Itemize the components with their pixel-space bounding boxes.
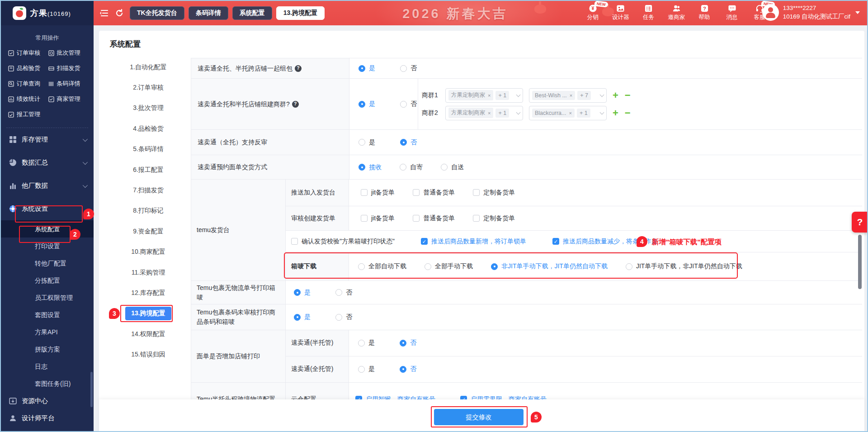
submenu-item-image-task-old[interactable]: 套图任务(旧) [1,375,94,392]
merchant-group2-select-b[interactable]: Blackcurra...× + 1 [529,106,607,120]
cfg-nav-merchant[interactable]: 10.商家配置 [106,242,190,262]
radio-yes[interactable]: 是 [359,138,375,147]
radio-all-manual-download[interactable]: 全部手动下载 [425,262,473,271]
cfg-nav-permissions[interactable]: 14.权限配置 [106,324,190,344]
action-distribution[interactable]: NEW ¥ 分销 [585,4,601,21]
radio-no[interactable]: 否 [400,365,416,373]
quick-link-order-query[interactable]: 订单查询 [8,76,48,91]
quick-link-performance-stats[interactable]: 绩效统计 [8,91,48,107]
radio-yes[interactable]: 是 [358,339,375,347]
remove-tag-icon[interactable]: × [570,93,572,98]
cfg-nav-print-mark[interactable]: 8.打印标记 [106,201,190,221]
tab-cross-border-config[interactable]: 13.跨境配置 [276,6,325,20]
remove-group-button[interactable]: − [625,108,631,118]
cfg-nav-inventory[interactable]: 12.库存配置 [106,283,190,303]
sidebar-item-other-factory-data[interactable]: 他厂数据 [1,174,94,197]
cfg-nav-scan-ship[interactable]: 7.扫描发货 [106,180,190,200]
action-help[interactable]: ? 帮助 [696,4,712,21]
radio-no[interactable]: 否 [400,64,417,72]
sidebar-scrollbar-thumb[interactable] [90,372,93,407]
checkbox-normal-stock-order[interactable]: 普通备货单 [413,189,455,197]
user-menu[interactable]: 133****2227 10169 自动化测试工厂cif [762,4,860,21]
quick-link-barcode-detail[interactable]: 条码详情 [48,76,89,91]
sidebar-item-system-settings[interactable]: 系统设置 [1,197,94,220]
checkbox-confirm-ship-verify[interactable]: 确认发货校验"方果箱唛打印状态" [291,237,395,246]
submenu-item-fangguo-api[interactable]: 方果API [1,323,94,341]
quick-link-batch-manage[interactable]: 批次管理 [48,45,89,61]
radio-pickup[interactable]: 揽收 [359,163,382,171]
remove-tag-icon[interactable]: × [488,93,491,98]
radio-no[interactable]: 否 [335,313,352,321]
action-designer[interactable]: 设计器 [612,4,629,21]
submenu-item-print-settings[interactable]: 打印设置 [1,237,94,255]
submenu-item-logs[interactable]: 日志 [1,358,94,375]
quick-link-work-report[interactable]: 报工管理 [8,107,48,122]
checkbox-jit-stock-order[interactable]: jit备货单 [361,214,395,223]
checkbox-normal-stock-order[interactable]: 普通备货单 [413,214,455,223]
refresh-icon[interactable] [115,9,124,18]
tab-system-config[interactable]: 系统配置 [232,6,272,20]
cfg-nav-barcode[interactable]: 5.条码详情 [106,139,190,160]
floating-help-tab[interactable]: ? [852,212,868,233]
quick-link-scan-ship[interactable]: 扫描发货 [48,61,89,76]
checkbox-jit-stock-order[interactable]: jit备货单 [361,189,395,197]
submenu-item-imposition-plan[interactable]: 拼版方案 [1,341,94,358]
app-logo[interactable]: 方果(10169) [1,1,94,25]
cfg-nav-work-report[interactable]: 6.报工配置 [106,160,190,180]
merchant-group1-select-b[interactable]: Best-Wish ...× + 7 [529,88,607,103]
cfg-nav-cross-border[interactable]: 13.跨境配置 [106,304,190,324]
remove-tag-icon[interactable]: × [488,110,491,116]
sidebar-item-inventory[interactable]: 库存管理 [1,128,94,151]
cfg-nav-automation[interactable]: 1.自动化配置 [106,57,190,77]
cfg-nav-funds[interactable]: 9.资金配置 [106,221,190,242]
quick-link-merchant-manage[interactable]: 商家管理 [48,91,89,107]
quick-link-order-audit[interactable]: 订单审核 [8,45,48,61]
cfg-nav-order-audit[interactable]: 2.订单审核 [106,77,190,98]
radio-nonjit-manual-jit-auto[interactable]: 非JIT单手动下载，JIT单仍然自动下载 [491,262,608,271]
radio-self-deliver[interactable]: 自送 [441,163,464,171]
checkbox-enable-lingjiexian[interactable]: 启用零界限，商家自有账号 [460,395,547,400]
radio-self-mail[interactable]: 自寄 [400,163,423,171]
tab-tk-fulfillment[interactable]: TK全托发货台 [130,6,184,20]
submenu-item-image-set-settings[interactable]: 套图设置 [1,306,94,323]
remove-group-button[interactable]: − [625,90,631,100]
radio-no[interactable]: 否 [400,339,416,347]
radio-no[interactable]: 否 [400,138,417,147]
radio-no[interactable]: 否 [335,289,352,297]
radio-jit-manual-nonjit-auto[interactable]: JIT单手动下载，非JIT单仍然自动下载 [626,262,742,271]
tab-barcode-detail[interactable]: 条码详情 [189,6,228,20]
action-tasks[interactable]: 任务 [641,4,657,21]
checkbox-qty-increase-lock[interactable]: 推送后商品数量新增，将订单锁单 [421,237,526,246]
cfg-nav-error-attribution[interactable]: 15.错误归因 [106,344,190,365]
cfg-nav-purchase[interactable]: 11.采购管理 [106,262,190,283]
submit-changes-button[interactable]: 提交修改 [434,409,524,425]
checkbox-qty-decrease-void[interactable]: 推送后商品数量减少，将条码作废 [552,237,658,246]
help-icon[interactable]: ? [292,101,299,108]
radio-yes[interactable]: 是 [359,100,375,108]
collapse-menu-icon[interactable] [100,9,109,18]
help-icon[interactable]: ? [295,65,302,72]
radio-no[interactable]: 否 [400,100,417,108]
submenu-item-transfer-factory-config[interactable]: 转他厂配置 [1,255,94,272]
cfg-nav-qc[interactable]: 4.品检验货 [106,119,190,139]
sidebar-item-resource-center[interactable]: 资源中心 [1,392,94,409]
add-group-button[interactable]: + [613,90,618,100]
action-invite-merchant[interactable]: 邀商家 [668,4,685,21]
add-group-button[interactable]: + [613,108,618,118]
quick-link-qc-inspect[interactable]: 品检验货 [8,61,48,76]
radio-yes[interactable]: 是 [359,64,375,72]
submenu-item-sorting-config[interactable]: 分拣配置 [1,272,94,289]
merchant-group1-select-a[interactable]: 方果定制商家× + 1 [445,88,523,103]
action-messages[interactable]: 消息 [724,4,740,21]
submenu-item-staff-permissions[interactable]: 员工权限管理 [1,289,94,306]
checkbox-custom-stock-order[interactable]: 定制备货单 [473,214,515,223]
checkbox-custom-stock-order[interactable]: 定制备货单 [473,189,515,197]
radio-yes[interactable]: 是 [294,289,311,297]
merchant-group2-select-a[interactable]: 方果定制商家× + 1 [445,106,523,120]
submenu-item-system-config[interactable]: 系统配置 [1,220,94,237]
checkbox-enable-zhihou[interactable]: 启用智猴，商家自有账号 [355,395,435,400]
page-scrollbar-thumb[interactable] [858,235,862,289]
cfg-nav-batch[interactable]: 3.批次管理 [106,98,190,119]
sidebar-item-designer-platform[interactable]: 设计师平台 [1,409,94,427]
radio-all-auto-download[interactable]: 全部自动下载 [358,262,406,271]
